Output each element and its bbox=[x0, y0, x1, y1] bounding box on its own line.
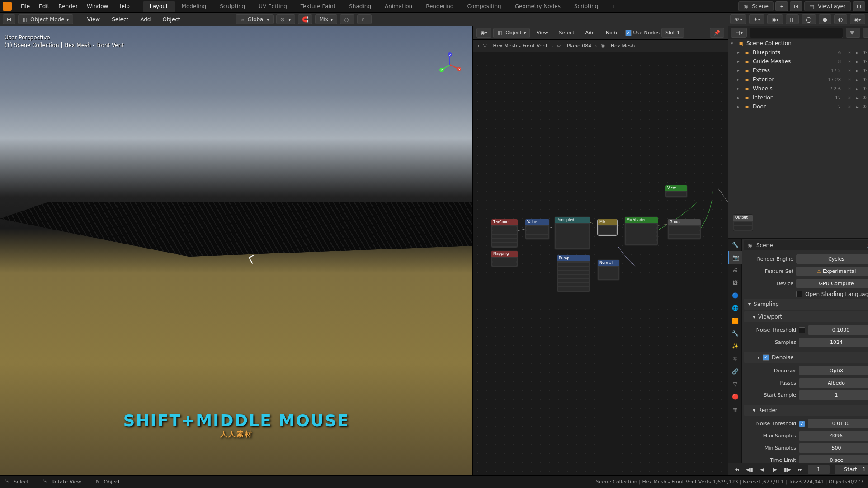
add-menu[interactable]: Add bbox=[136, 14, 155, 24]
scene-browse-button[interactable]: ⊞ bbox=[775, 1, 788, 11]
node-material-output[interactable]: Output bbox=[733, 214, 753, 231]
scene-selector[interactable]: ◉Scene bbox=[738, 1, 774, 11]
viewlayer-new-button[interactable]: ⊡ bbox=[853, 1, 865, 11]
pivot-button[interactable]: ⊙▾ bbox=[276, 14, 295, 24]
selectable-icon[interactable]: ▸ bbox=[854, 85, 860, 92]
outliner-item-guide-meshes[interactable]: ▸ ▣ Guide Meshes 8 ☑ ▸ 👁 📷 bbox=[728, 57, 868, 66]
tab-texture-paint[interactable]: Texture Paint bbox=[294, 1, 342, 12]
tab-scripting[interactable]: Scripting bbox=[568, 1, 604, 12]
r-noise-checkbox[interactable] bbox=[799, 421, 805, 427]
render-section-header[interactable]: ▾Render☰ bbox=[744, 405, 868, 416]
triangle-right-icon[interactable]: ▸ bbox=[737, 50, 743, 55]
device-dropdown[interactable]: GPU Compute bbox=[796, 279, 868, 288]
visibility-button[interactable]: 👁▾ bbox=[730, 14, 746, 24]
scene-new-button[interactable]: ⊡ bbox=[790, 1, 802, 11]
outliner-item-exterior[interactable]: ▸ ▣ Exterior 17 28 ☑ ▸ 👁 📷 bbox=[728, 75, 868, 84]
visibility-icon[interactable]: 👁 bbox=[862, 103, 868, 110]
proportional-button[interactable]: ○ bbox=[340, 14, 354, 24]
overlay-button[interactable]: ◉▾ bbox=[767, 14, 783, 24]
vp-noise-checkbox[interactable] bbox=[799, 327, 805, 333]
ptab-scene[interactable]: 🔵 bbox=[728, 289, 742, 302]
tab-sculpting[interactable]: Sculpting bbox=[213, 1, 251, 12]
node-principled-bsdf[interactable]: Principled bbox=[554, 216, 590, 250]
snap-element-button[interactable]: Mix▾ bbox=[315, 14, 337, 24]
exclude-checkbox[interactable]: ☑ bbox=[846, 76, 853, 83]
use-nodes-toggle[interactable]: Use Nodes bbox=[625, 30, 660, 36]
vp-noise-field[interactable]: 0.1000 bbox=[808, 325, 868, 335]
node-select-menu[interactable]: Select bbox=[555, 28, 579, 38]
visibility-icon[interactable]: 👁 bbox=[862, 67, 868, 74]
passes-dropdown[interactable]: Albedo bbox=[799, 378, 868, 388]
triangle-down-icon[interactable]: ▾ bbox=[731, 41, 736, 46]
vp-samples-field[interactable]: 1024 bbox=[799, 338, 868, 347]
node-object-button[interactable]: ◧Object▾ bbox=[493, 28, 530, 38]
tab-animation[interactable]: Animation bbox=[378, 1, 419, 12]
viewlayer-selector[interactable]: ▤ViewLayer bbox=[804, 1, 851, 11]
use-nodes-checkbox[interactable] bbox=[625, 30, 632, 36]
shade-rendered-button[interactable]: ◉▾ bbox=[850, 14, 866, 24]
snap-button[interactable]: 🧲 bbox=[298, 14, 312, 24]
triangle-right-icon[interactable]: ▸ bbox=[737, 95, 743, 100]
play-reverse-button[interactable]: ◀ bbox=[757, 465, 767, 474]
tab-add[interactable]: + bbox=[605, 1, 623, 12]
outliner-item-door[interactable]: ▸ ▣ Door 2 ☑ ▸ 👁 📷 bbox=[728, 102, 868, 111]
navigation-gizmo[interactable]: XYZ bbox=[436, 51, 463, 78]
menu-window[interactable]: Window bbox=[82, 1, 113, 11]
ptab-object[interactable]: 🟧 bbox=[728, 314, 742, 327]
shade-material-button[interactable]: ◐ bbox=[834, 14, 847, 24]
selectable-icon[interactable]: ▸ bbox=[854, 76, 860, 83]
menu-render[interactable]: Render bbox=[54, 1, 82, 11]
jump-start-button[interactable]: ⏮ bbox=[732, 465, 742, 474]
orientation-selector[interactable]: 🜨Global▾ bbox=[236, 14, 274, 24]
visibility-icon[interactable]: 👁 bbox=[862, 76, 868, 83]
ptab-constraint[interactable]: 🔗 bbox=[728, 365, 742, 378]
ptab-render[interactable]: 📷 bbox=[728, 251, 742, 264]
tab-shading[interactable]: Shading bbox=[343, 1, 377, 12]
view-menu[interactable]: View bbox=[83, 14, 104, 24]
selectable-icon[interactable]: ▸ bbox=[854, 103, 860, 110]
pin-icon[interactable]: 📌 bbox=[866, 242, 868, 249]
tab-uv-editing[interactable]: UV Editing bbox=[252, 1, 293, 12]
exclude-checkbox[interactable]: ☑ bbox=[846, 85, 853, 92]
shade-wire-button[interactable]: ◯ bbox=[802, 14, 816, 24]
tab-compositing[interactable]: Compositing bbox=[461, 1, 507, 12]
tab-modeling[interactable]: Modeling bbox=[175, 1, 213, 12]
jump-end-button[interactable]: ⏭ bbox=[795, 465, 805, 474]
outliner[interactable]: ▤▾ ▼ ⊡ ▾ ▣ Scene Collection ▸ ▣ Blueprin… bbox=[728, 26, 868, 239]
properties-content[interactable]: ◉ Scene 📌 Render EngineCycles Feature Se… bbox=[742, 239, 868, 463]
xray-button[interactable]: ◫ bbox=[786, 14, 799, 24]
ptab-data[interactable]: ▽ bbox=[728, 378, 742, 390]
menu-help[interactable]: Help bbox=[113, 1, 134, 11]
outliner-item-interior[interactable]: ▸ ▣ Interior 12 ☑ ▸ 👁 📷 bbox=[728, 93, 868, 102]
outliner-item-blueprints[interactable]: ▸ ▣ Blueprints 6 ☑ ▸ 👁 📷 bbox=[728, 48, 868, 57]
feature-set-dropdown[interactable]: ⚠ Experimental bbox=[796, 267, 868, 276]
exclude-checkbox[interactable]: ☑ bbox=[846, 103, 853, 110]
node-value[interactable]: Value bbox=[525, 219, 550, 240]
breadcrumb-material[interactable]: Hex Mesh bbox=[611, 43, 635, 49]
outliner-type-button[interactable]: ▤▾ bbox=[731, 28, 747, 38]
node-group[interactable]: Group bbox=[667, 219, 701, 240]
start-sample-field[interactable]: 1 bbox=[799, 390, 868, 400]
exclude-checkbox[interactable]: ☑ bbox=[846, 67, 853, 74]
breadcrumb-mesh[interactable]: Plane.084 bbox=[567, 43, 592, 49]
slot-selector[interactable]: Slot 1 bbox=[661, 28, 684, 38]
node-output-viewer[interactable]: View bbox=[665, 185, 688, 198]
visibility-icon[interactable]: 👁 bbox=[862, 85, 868, 92]
selectable-icon[interactable]: ▸ bbox=[854, 67, 860, 74]
outliner-item-extras[interactable]: ▸ ▣ Extras 17 2 ☑ ▸ 👁 📷 bbox=[728, 66, 868, 75]
exclude-checkbox[interactable]: ☑ bbox=[846, 58, 853, 65]
r-noise-field[interactable]: 0.0100 bbox=[808, 419, 868, 428]
exclude-checkbox[interactable]: ☑ bbox=[846, 94, 853, 101]
ptab-world[interactable]: 🌐 bbox=[728, 302, 742, 314]
outliner-item-wheels[interactable]: ▸ ▣ Wheels 2 2 6 ☑ ▸ 👁 📷 bbox=[728, 84, 868, 93]
tab-rendering[interactable]: Rendering bbox=[420, 1, 460, 12]
denoise-checkbox[interactable] bbox=[763, 354, 769, 361]
denoise-section-header[interactable]: ▾Denoise bbox=[744, 352, 868, 363]
visibility-icon[interactable]: 👁 bbox=[862, 94, 868, 101]
node-mix-shader[interactable]: MixShader bbox=[624, 216, 658, 246]
r-min-field[interactable]: 500 bbox=[799, 443, 868, 453]
breadcrumb-object[interactable]: Hex Mesh - Front Vent bbox=[493, 43, 547, 49]
denoiser-dropdown[interactable]: OptiX bbox=[799, 366, 868, 375]
node-add-menu[interactable]: Add bbox=[581, 28, 599, 38]
play-button[interactable]: ▶ bbox=[770, 465, 780, 474]
